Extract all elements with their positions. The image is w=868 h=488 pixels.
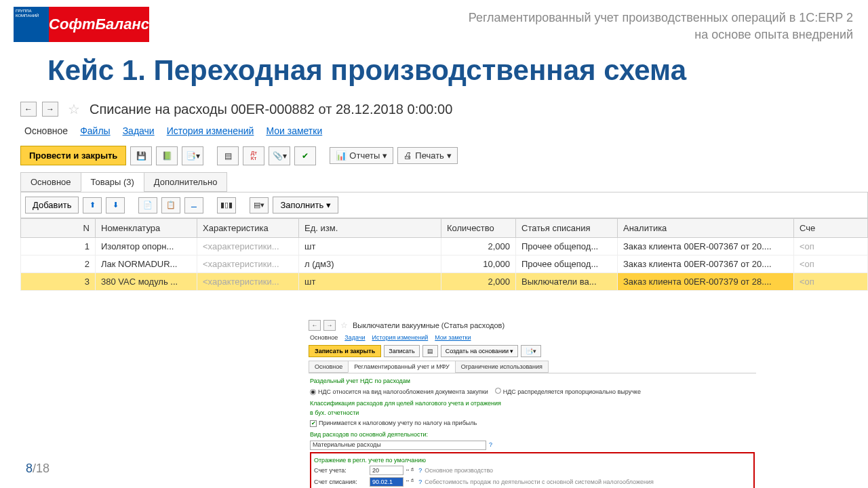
radio-nds-doc[interactable]: НДС относится на вид налогообложения док… bbox=[310, 387, 488, 396]
sub-star-icon[interactable]: ☆ bbox=[338, 321, 350, 330]
move-down-icon[interactable]: ⬇ bbox=[106, 197, 125, 214]
acct-input[interactable]: 20 bbox=[370, 466, 403, 475]
reports-button[interactable]: 📊 Отчеты ▾ bbox=[330, 147, 393, 164]
acct-label: Счет учета: bbox=[314, 466, 367, 475]
paste-icon[interactable]: 📋 bbox=[161, 197, 180, 214]
page-number: 8/18 bbox=[26, 462, 50, 476]
dtkt-icon[interactable]: ДтКт bbox=[243, 146, 264, 165]
doc-tab-goods[interactable]: Товары (3) bbox=[81, 172, 144, 192]
sub-nav-fwd[interactable]: → bbox=[323, 320, 336, 331]
table-toolbar: Добавить ⬆ ⬇ 📄 📋 ⚊ ▮▯▮ ▤▾ Заполнить ▾ bbox=[20, 192, 868, 218]
main-form: ← → ☆ Списание на расходы 00ER-000882 от… bbox=[20, 98, 868, 291]
col-qty[interactable]: Количество bbox=[441, 219, 516, 238]
table-row[interactable]: 2 Лак NORMADUR... <характеристики... л (… bbox=[21, 256, 868, 273]
tab-main[interactable]: Основное bbox=[24, 125, 68, 136]
col-article[interactable]: Статья списания bbox=[516, 219, 618, 238]
slide-subtitle: Регламентированный учет производственных… bbox=[469, 9, 853, 43]
favorite-star-icon[interactable]: ☆ bbox=[64, 101, 84, 117]
sub-doc-tab-main[interactable]: Основное bbox=[309, 361, 349, 373]
sub-h-class: Классификация расходов для целей налогов… bbox=[310, 399, 755, 418]
logo-main-text: СофтБаланс bbox=[49, 7, 149, 42]
col-characteristic[interactable]: Характеристика bbox=[197, 219, 299, 238]
sub-save[interactable]: Записать bbox=[384, 345, 419, 357]
main-toolbar: Провести и закрыть 💾 📗 📑▾ ▤ ДтКт 📎▾ ✔ 📊 … bbox=[20, 142, 868, 169]
subtitle-line2: на основе опыта внедрений bbox=[469, 26, 853, 43]
sub-doc-tab-limit[interactable]: Ограничение использования bbox=[455, 361, 549, 373]
wo-label: Счет списания: bbox=[314, 477, 367, 487]
sub-h-refl: Отражение в регл. учете по умолчанию bbox=[314, 455, 751, 465]
acct-desc: Основное производство bbox=[425, 466, 493, 475]
save-icon[interactable]: 💾 bbox=[130, 146, 152, 165]
tab-history[interactable]: История изменений bbox=[167, 125, 254, 136]
form-icon[interactable]: ▤▾ bbox=[250, 197, 269, 214]
sub-save-close[interactable]: Записать и закрыть bbox=[309, 345, 381, 357]
nav-tabs: Основное Файлы Задачи История изменений … bbox=[20, 120, 868, 142]
move-up-icon[interactable]: ⬆ bbox=[83, 197, 102, 214]
goods-table: N Номенклатура Характеристика Ед. изм. К… bbox=[20, 218, 868, 291]
sub-list-icon[interactable]: ▤ bbox=[422, 345, 438, 357]
check-tax[interactable]: ✔Принимается к налоговому учету по налог… bbox=[310, 418, 755, 428]
sub-h-nds: Раздельный учет НДС по расходам bbox=[310, 376, 755, 386]
sub-create-on[interactable]: Создать на основании ▾ bbox=[441, 345, 518, 357]
sub-tab-tasks[interactable]: Задачи bbox=[344, 334, 365, 341]
logo: ГРУППА КОМПАНИЙ СофтБаланс bbox=[14, 7, 149, 42]
tab-files[interactable]: Файлы bbox=[80, 125, 110, 136]
sub-tab-notes[interactable]: Мои заметки bbox=[435, 334, 471, 341]
radio-nds-prop[interactable]: НДС распределяется пропорционально выруч… bbox=[495, 387, 641, 396]
check-icon[interactable]: ✔ bbox=[294, 146, 316, 165]
document-title: Списание на расходы 00ER-000882 от 28.12… bbox=[90, 102, 452, 117]
sub-tab-history[interactable]: История изменений bbox=[372, 334, 428, 341]
col-unit[interactable]: Ед. изм. bbox=[299, 219, 441, 238]
case-title: Кейс 1. Переходная производственная схем… bbox=[47, 54, 686, 87]
sub-nav-back[interactable]: ← bbox=[309, 320, 321, 331]
tab-tasks[interactable]: Задачи bbox=[123, 125, 155, 136]
wo-desc: Себестоимость продаж по деятельности с о… bbox=[425, 477, 654, 487]
share-icon[interactable]: ⚊ bbox=[184, 197, 203, 214]
post-close-button[interactable]: Провести и закрыть bbox=[20, 146, 126, 165]
doc-tab-extra[interactable]: Дополнительно bbox=[144, 172, 228, 192]
subtitle-line1: Регламентированный учет производственных… bbox=[469, 9, 853, 26]
col-analytics[interactable]: Аналитика bbox=[618, 219, 794, 238]
nav-forward-button[interactable]: → bbox=[42, 102, 58, 117]
print-button[interactable]: 🖨 Печать ▾ bbox=[397, 147, 458, 164]
sub-title: Выключатели вакуумные (Статья расходов) bbox=[353, 321, 505, 329]
wo-input[interactable]: 90.02.1 bbox=[370, 477, 403, 487]
attach-icon[interactable]: 📎▾ bbox=[269, 146, 290, 165]
post-icon[interactable]: 📗 bbox=[156, 146, 178, 165]
copy-icon[interactable]: 📄 bbox=[138, 197, 157, 214]
sub-h-kind: Вид расходов по основной деятельности: bbox=[310, 430, 755, 439]
sub-attach-icon[interactable]: 📑▾ bbox=[521, 345, 541, 357]
sub-tab-main[interactable]: Основное bbox=[310, 334, 338, 341]
doc-tabs: Основное Товары (3) Дополнительно bbox=[20, 172, 868, 192]
col-nomenclature[interactable]: Номенклатура bbox=[96, 219, 197, 238]
barcode-icon[interactable]: ▮▯▮ bbox=[217, 197, 236, 214]
doc-tab-main[interactable]: Основное bbox=[20, 172, 81, 192]
tab-notes[interactable]: Мои заметки bbox=[266, 125, 322, 136]
highlight-box: Отражение в регл. учете по умолчанию Сче… bbox=[310, 452, 755, 488]
sub-doc-tab-regl[interactable]: Регламентированный учет и МФУ bbox=[348, 361, 456, 373]
field-expense-kind[interactable]: Материальные расходы bbox=[310, 441, 486, 450]
table-row[interactable]: 1 Изолятор опорн... <характеристики... ш… bbox=[21, 238, 868, 256]
col-account[interactable]: Сче bbox=[794, 219, 868, 238]
sub-form: ← → ☆ Выключатели вакуумные (Статья расх… bbox=[309, 319, 756, 488]
table-row-selected[interactable]: 3 380 VAC модуль ... <характеристики... … bbox=[21, 273, 868, 291]
nav-back-button[interactable]: ← bbox=[20, 102, 37, 117]
list-icon[interactable]: ▤ bbox=[217, 146, 239, 165]
fill-button[interactable]: Заполнить ▾ bbox=[273, 197, 338, 214]
col-n[interactable]: N bbox=[21, 219, 96, 238]
create-on-icon[interactable]: 📑▾ bbox=[182, 146, 203, 165]
add-button[interactable]: Добавить bbox=[25, 197, 79, 214]
logo-small-text: ГРУППА КОМПАНИЙ bbox=[14, 7, 49, 42]
